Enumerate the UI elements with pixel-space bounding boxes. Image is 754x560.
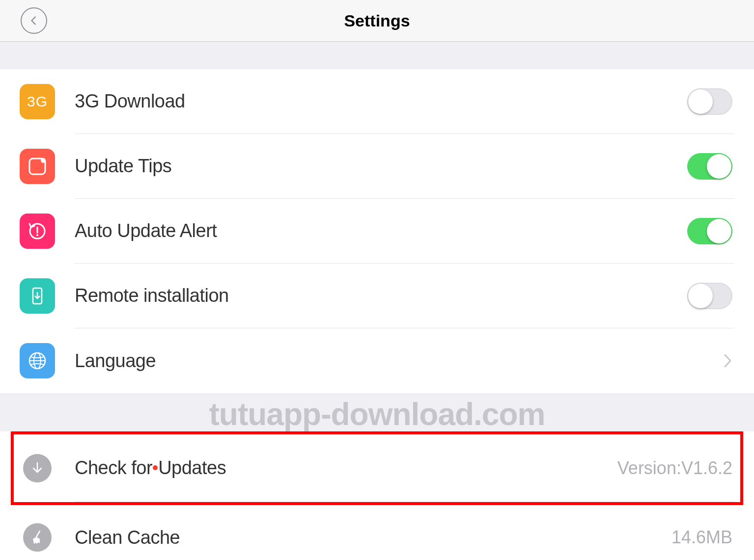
row-label: Auto Update Alert — [75, 220, 687, 241]
toggle-3g-download[interactable] — [687, 88, 732, 115]
svg-point-4 — [36, 234, 38, 236]
row-clean-cache[interactable]: Clean Cache 14.6MB — [0, 505, 754, 560]
remote-install-icon — [20, 278, 55, 314]
watermark-text: tutuapp-download.com — [209, 396, 545, 432]
download-icon — [23, 454, 52, 482]
toggle-update-tips[interactable] — [687, 153, 732, 180]
svg-line-11 — [36, 531, 40, 537]
svg-point-1 — [41, 158, 46, 163]
row-label: Language — [75, 350, 724, 372]
row-auto-update-alert[interactable]: Auto Update Alert — [0, 199, 754, 264]
row-update-tips[interactable]: Update Tips — [0, 134, 754, 199]
row-remote-installation[interactable]: Remote installation — [0, 264, 754, 328]
page-title: Settings — [344, 11, 410, 30]
row-language[interactable]: Language — [0, 328, 754, 393]
row-label: Clean Cache — [75, 527, 671, 548]
toggle-auto-update-alert[interactable] — [687, 218, 732, 244]
row-label: Check forUpdates — [75, 457, 617, 479]
cache-size-text: 14.6MB — [671, 527, 732, 548]
section-gap — [0, 42, 754, 69]
row-3g-download[interactable]: 3G 3G Download — [0, 69, 754, 134]
version-text: Version:V1.6.2 — [617, 458, 732, 479]
section-gap: tutuapp-download.com — [0, 393, 754, 431]
row-label: Remote installation — [75, 285, 687, 306]
row-check-for-updates[interactable]: Check forUpdates Version:V1.6.2 — [11, 431, 743, 505]
auto-update-icon — [20, 213, 55, 249]
row-label: 3G Download — [75, 91, 687, 112]
row-label: Update Tips — [75, 156, 687, 177]
settings-group-1: 3G 3G Download Update Tips — [0, 69, 754, 393]
header-bar: Settings — [0, 0, 754, 42]
settings-group-2: Check forUpdates Version:V1.6.2 Clean Ca… — [0, 431, 754, 560]
3g-icon: 3G — [20, 84, 55, 119]
chevron-right-icon — [724, 353, 732, 368]
globe-icon — [20, 343, 55, 378]
broom-icon — [23, 523, 52, 552]
toggle-remote-installation[interactable] — [687, 283, 732, 309]
chevron-left-icon — [28, 15, 39, 26]
update-tips-icon — [20, 149, 55, 184]
back-button[interactable] — [21, 7, 47, 34]
notification-dot-icon — [153, 465, 158, 470]
